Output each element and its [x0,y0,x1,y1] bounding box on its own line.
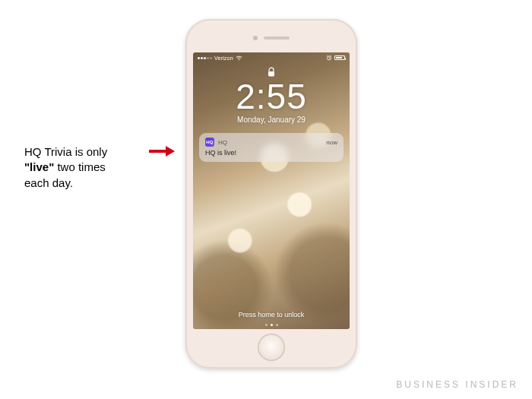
home-button[interactable] [258,334,285,361]
phone-earpiece [253,36,290,40]
wifi-icon [236,55,242,61]
battery-icon [334,55,345,60]
caption-line3: each day. [24,176,73,189]
source-watermark: BUSINESS INSIDER [396,379,518,390]
notification-app-name: HQ [218,139,227,146]
front-camera-icon [253,36,258,40]
hq-app-icon: HQ [205,138,214,147]
page-indicator [193,324,350,326]
status-bar: Verizon [193,52,350,61]
annotation-caption: HQ Trivia is only "live" two times each … [24,144,146,191]
alarm-icon [326,55,332,61]
hq-app-icon-text: HQ [206,140,214,144]
notification-card[interactable]: HQ HQ now HQ is live! [199,133,344,162]
lockscreen-date: Monday, January 29 [193,116,350,124]
signal-strength-icon [198,57,212,59]
caption-bold: "live" [24,160,54,173]
svg-rect-2 [268,71,274,77]
caption-line2-tail: two times [54,160,106,173]
lock-icon [267,67,276,78]
unlock-hint: Press home to unlock [193,311,350,318]
caption-line1: HQ Trivia is only [24,145,107,158]
notification-timestamp: now [326,139,337,146]
notification-body: HQ is live! [205,149,337,157]
arrow-icon [149,146,176,157]
iphone-device-frame: Verizon 2:55 Monday, January [185,19,357,369]
carrier-label: Verizon [214,55,233,61]
lockscreen-time: 2:55 [193,79,350,114]
lock-screen: Verizon 2:55 Monday, January [193,52,350,329]
svg-point-0 [239,59,240,60]
speaker-slit-icon [264,36,290,40]
